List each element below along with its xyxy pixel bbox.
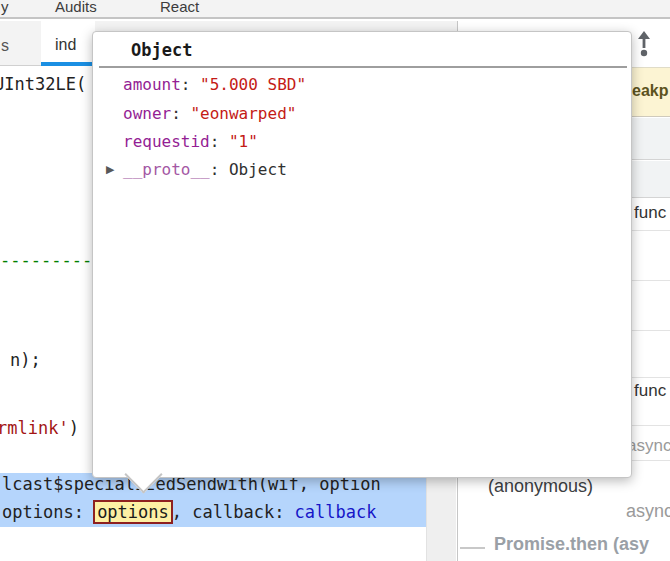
code-callback-key: , callback: — [172, 502, 295, 522]
file-tab-partial-left[interactable]: s — [1, 37, 9, 55]
object-preview-popup: Object amount: "5.000 SBD" owner: "eonwa… — [92, 31, 632, 478]
popup-title-divider — [99, 66, 627, 68]
permlink-string: rmlink' — [0, 418, 69, 438]
property-value: "5.000 SBD" — [200, 75, 306, 94]
proto-value: Object — [229, 160, 287, 179]
expand-triangle-icon[interactable]: ▶ — [106, 163, 114, 176]
property-key: owner — [123, 104, 171, 123]
property-proto[interactable]: __proto__: Object — [123, 160, 287, 179]
call-stack-frame-fragment[interactable]: func — [634, 381, 666, 401]
popup-title: Object — [131, 40, 192, 60]
property-amount: amount: "5.000 SBD" — [123, 75, 306, 94]
permlink-rest: ) — [69, 418, 79, 438]
property-separator: : — [171, 104, 190, 123]
async-separator-line — [460, 547, 485, 549]
promise-then-async-separator: Promise.then (asy — [494, 534, 649, 555]
property-key: amount — [123, 75, 181, 94]
property-value: "eonwarped" — [190, 104, 296, 123]
selected-code-line-b: options: options, callback: callback — [0, 498, 426, 527]
code-options-key: options: — [2, 502, 94, 522]
property-value: "1" — [229, 132, 258, 151]
tab-audits[interactable]: Audits — [55, 0, 97, 19]
call-stack-anonymous-frame[interactable]: (anonymous) — [488, 476, 593, 497]
devtools-window: y Audits React s ind UInt32LE( ---------… — [0, 0, 670, 561]
paused-banner-text: eakp — [632, 82, 668, 100]
code-line-comment-dashes: -------------------- — [0, 250, 93, 270]
proto-key: __proto__ — [123, 160, 210, 179]
file-tab-index[interactable]: ind — [55, 36, 76, 54]
property-requestid: requestid: "1" — [123, 132, 258, 151]
step-out-icon[interactable] — [636, 31, 652, 57]
property-key: requestid — [123, 132, 210, 151]
property-separator: : — [181, 75, 200, 94]
tab-react[interactable]: React — [160, 0, 199, 19]
hovered-options-token[interactable]: options — [93, 500, 173, 524]
code-line-close-paren: n); — [10, 350, 41, 370]
code-callback-var: callback — [295, 502, 377, 522]
tab-partial-left[interactable]: y — [1, 0, 9, 19]
property-separator: : — [210, 160, 229, 179]
code-line-uint32: UInt32LE( — [0, 74, 86, 94]
property-owner: owner: "eonwarped" — [123, 104, 296, 123]
devtools-tab-bar: y Audits React — [0, 0, 670, 19]
async-location-fragment: async — [627, 436, 670, 456]
code-line-permlink: rmlink') — [0, 418, 79, 438]
async-location-fragment: async — [626, 501, 670, 522]
property-separator: : — [210, 132, 229, 151]
call-stack-frame-fragment[interactable]: func — [634, 203, 666, 223]
